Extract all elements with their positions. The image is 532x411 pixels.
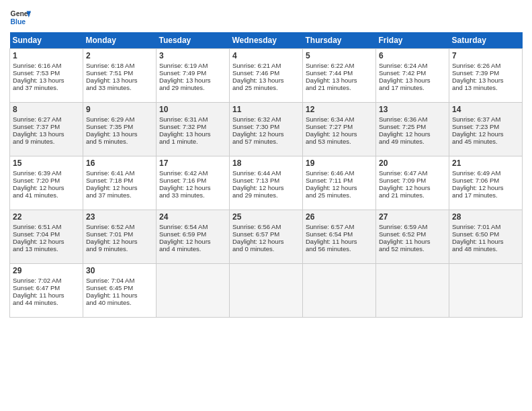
day-info-line: Sunrise: 6:27 AM: [13, 116, 80, 123]
day-info-line: and 45 minutes.: [452, 138, 519, 145]
calendar-cell: 13Sunrise: 6:36 AMSunset: 7:25 PMDayligh…: [376, 103, 449, 156]
day-info-line: Sunset: 7:20 PM: [13, 177, 80, 184]
day-info-line: Sunrise: 6:49 AM: [452, 169, 519, 177]
day-info-line: and 17 minutes.: [379, 84, 446, 91]
day-info-line: Sunset: 7:27 PM: [306, 123, 373, 130]
day-info-line: Daylight: 11 hours: [86, 291, 153, 299]
day-number: 6: [379, 51, 446, 60]
day-number: 20: [379, 158, 446, 168]
calendar-cell: 30Sunrise: 7:04 AMSunset: 6:45 PMDayligh…: [83, 264, 157, 318]
day-number: 24: [159, 212, 226, 222]
day-number: 13: [379, 105, 446, 114]
header: General Blue: [9, 7, 523, 28]
day-info-line: Sunset: 7:09 PM: [379, 177, 446, 184]
calendar-cell: 6Sunrise: 6:24 AMSunset: 7:42 PMDaylight…: [376, 49, 449, 103]
day-info-line: and 4 minutes.: [159, 245, 226, 253]
day-info-line: Sunset: 6:54 PM: [306, 230, 373, 238]
day-info-line: Sunset: 7:51 PM: [86, 69, 153, 77]
day-info-line: Sunset: 6:45 PM: [86, 284, 153, 291]
day-info-line: Sunrise: 6:44 AM: [232, 169, 300, 177]
day-info-line: Daylight: 13 hours: [159, 130, 226, 138]
day-info-line: Sunrise: 6:21 AM: [232, 62, 300, 69]
calendar-cell: 12Sunrise: 6:34 AMSunset: 7:27 PMDayligh…: [303, 103, 376, 156]
day-info-line: Sunset: 7:37 PM: [13, 123, 80, 130]
day-info-line: Sunrise: 6:37 AM: [452, 116, 519, 123]
day-info-line: Sunrise: 6:26 AM: [452, 62, 519, 69]
day-info-line: and 29 minutes.: [159, 84, 226, 91]
calendar-cell: 14Sunrise: 6:37 AMSunset: 7:23 PMDayligh…: [449, 103, 523, 156]
calendar-cell: 28Sunrise: 7:01 AMSunset: 6:50 PMDayligh…: [449, 210, 523, 264]
day-info-line: Sunset: 7:01 PM: [86, 230, 153, 238]
col-header-thursday: Thursday: [303, 32, 376, 49]
day-info-line: Daylight: 13 hours: [86, 130, 153, 138]
day-info-line: Sunset: 6:47 PM: [13, 284, 80, 291]
calendar-cell: 23Sunrise: 6:52 AMSunset: 7:01 PMDayligh…: [83, 210, 157, 264]
calendar-cell: 22Sunrise: 6:51 AMSunset: 7:04 PMDayligh…: [10, 210, 83, 264]
day-info-line: Sunset: 7:39 PM: [452, 69, 519, 77]
day-number: 4: [232, 51, 300, 60]
day-info-line: Daylight: 12 hours: [13, 238, 80, 245]
day-info-line: Sunset: 7:35 PM: [86, 123, 153, 130]
calendar-cell: 3Sunrise: 6:19 AMSunset: 7:49 PMDaylight…: [157, 49, 230, 103]
day-info-line: Sunrise: 6:41 AM: [86, 169, 153, 177]
day-info-line: and 49 minutes.: [379, 138, 446, 145]
day-number: 9: [86, 105, 153, 114]
day-info-line: and 37 minutes.: [13, 84, 80, 91]
calendar-cell: 4Sunrise: 6:21 AMSunset: 7:46 PMDaylight…: [230, 49, 303, 103]
day-number: 14: [452, 105, 519, 114]
day-info-line: Sunrise: 6:59 AM: [379, 223, 446, 230]
day-info-line: Daylight: 12 hours: [452, 130, 519, 138]
day-info-line: and 56 minutes.: [306, 245, 373, 253]
day-number: 7: [452, 51, 519, 60]
col-header-friday: Friday: [376, 32, 449, 49]
day-info-line: Sunset: 7:25 PM: [379, 123, 446, 130]
day-info-line: Daylight: 12 hours: [232, 130, 300, 138]
day-number: 5: [306, 51, 373, 60]
day-number: 10: [159, 105, 226, 114]
day-info-line: Sunrise: 6:47 AM: [379, 169, 446, 177]
day-info-line: Daylight: 12 hours: [86, 238, 153, 245]
calendar-cell: 11Sunrise: 6:32 AMSunset: 7:30 PMDayligh…: [230, 103, 303, 156]
day-info-line: and 29 minutes.: [232, 191, 300, 199]
calendar-cell: 25Sunrise: 6:56 AMSunset: 6:57 PMDayligh…: [230, 210, 303, 264]
day-info-line: Daylight: 11 hours: [379, 238, 446, 245]
calendar-cell: 9Sunrise: 6:29 AMSunset: 7:35 PMDaylight…: [83, 103, 157, 156]
calendar-table: SundayMondayTuesdayWednesdayThursdayFrid…: [9, 32, 523, 318]
day-number: 8: [13, 105, 80, 114]
day-info-line: Sunrise: 7:04 AM: [86, 277, 153, 284]
day-info-line: Sunset: 7:13 PM: [232, 177, 300, 184]
day-info-line: Sunrise: 7:01 AM: [452, 223, 519, 230]
day-info-line: Sunrise: 6:34 AM: [306, 116, 373, 123]
day-info-line: Daylight: 12 hours: [306, 130, 373, 138]
day-info-line: Daylight: 13 hours: [452, 77, 519, 84]
day-info-line: Sunset: 7:49 PM: [159, 69, 226, 77]
calendar-cell: 17Sunrise: 6:42 AMSunset: 7:16 PMDayligh…: [157, 156, 230, 210]
day-info-line: Daylight: 12 hours: [159, 238, 226, 245]
calendar-cell: [157, 264, 230, 318]
day-info-line: and 48 minutes.: [452, 245, 519, 253]
day-info-line: and 44 minutes.: [13, 299, 80, 306]
day-info-line: Daylight: 12 hours: [86, 184, 153, 191]
day-number: 26: [306, 212, 373, 222]
week-row-1: 1Sunrise: 6:16 AMSunset: 7:53 PMDaylight…: [10, 49, 523, 103]
day-info-line: and 13 minutes.: [13, 245, 80, 253]
day-number: 23: [86, 212, 153, 222]
calendar-cell: 7Sunrise: 6:26 AMSunset: 7:39 PMDaylight…: [449, 49, 523, 103]
day-info-line: Sunset: 7:23 PM: [452, 123, 519, 130]
day-info-line: Daylight: 13 hours: [13, 130, 80, 138]
day-info-line: Sunrise: 6:57 AM: [306, 223, 373, 230]
day-number: 17: [159, 158, 226, 168]
day-info-line: Sunrise: 6:39 AM: [13, 169, 80, 177]
day-info-line: Sunrise: 6:18 AM: [86, 62, 153, 69]
day-info-line: and 41 minutes.: [13, 191, 80, 199]
day-info-line: Sunset: 7:06 PM: [452, 177, 519, 184]
day-info-line: Sunrise: 6:32 AM: [232, 116, 300, 123]
day-info-line: Daylight: 13 hours: [306, 77, 373, 84]
day-info-line: and 37 minutes.: [86, 191, 153, 199]
day-info-line: Daylight: 13 hours: [86, 77, 153, 84]
col-header-wednesday: Wednesday: [230, 32, 303, 49]
day-info-line: and 21 minutes.: [379, 191, 446, 199]
day-info-line: Sunset: 7:04 PM: [13, 230, 80, 238]
day-info-line: Daylight: 12 hours: [13, 184, 80, 191]
day-number: 19: [306, 158, 373, 168]
